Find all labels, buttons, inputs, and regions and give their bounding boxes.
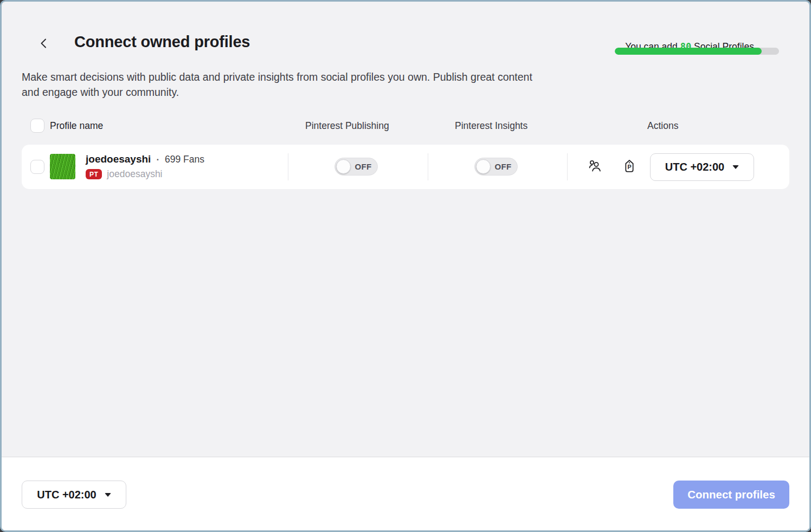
pinterest-tag-button[interactable]: P (620, 158, 639, 176)
pinterest-publishing-toggle[interactable]: OFF (334, 158, 378, 176)
chevron-down-icon (105, 493, 111, 497)
profile-name: joedoesayshi (86, 153, 151, 165)
column-header-profile-name: Profile name (50, 120, 103, 132)
quota-progress-fill (615, 48, 762, 55)
fans-count: 699 Fans (165, 154, 204, 165)
profile-name-line: joedoesayshi · 699 Fans (86, 153, 204, 165)
quota-text: You can add 80 Social Profiles (615, 30, 754, 64)
profile-handle: joedoesayshi (107, 168, 162, 180)
column-divider (428, 153, 428, 180)
column-divider (288, 153, 288, 180)
pinterest-insights-toggle[interactable]: OFF (474, 158, 518, 176)
toggle-knob (336, 159, 351, 174)
footer-timezone-dropdown[interactable]: UTC +02:00 (22, 481, 126, 509)
assign-users-button[interactable] (585, 158, 604, 176)
column-divider (567, 153, 568, 180)
toggle-knob (476, 159, 491, 174)
connect-profiles-button[interactable]: Connect profiles (673, 481, 789, 509)
column-header-pinterest-publishing: Pinterest Publishing (305, 120, 389, 132)
back-button[interactable] (34, 34, 54, 54)
svg-text:P: P (627, 164, 631, 170)
network-badge-pinterest: PT (86, 169, 102, 179)
chevron-left-icon (37, 37, 50, 51)
timezone-value: UTC +02:00 (665, 161, 725, 173)
toggle-state-label: OFF (351, 162, 377, 171)
select-all-checkbox[interactable] (30, 119, 44, 133)
profile-avatar (50, 154, 75, 179)
page-title: Connect owned profiles (74, 33, 250, 51)
profile-row: joedoesayshi · 699 Fans PT joedoesayshi … (22, 145, 789, 189)
row-checkbox[interactable] (30, 160, 44, 174)
column-header-pinterest-insights: Pinterest Insights (455, 120, 527, 132)
row-timezone-dropdown[interactable]: UTC +02:00 (650, 153, 754, 181)
quota-progress-track (615, 48, 779, 55)
chevron-down-icon (732, 165, 739, 169)
footer-bar: UTC +02:00 Connect profiles (2, 457, 809, 530)
page-description: Make smart decisions with public data an… (22, 69, 534, 100)
tag-p-icon: P (622, 159, 637, 176)
users-icon (587, 159, 602, 176)
separator-dot: · (156, 154, 159, 165)
column-header-actions: Actions (647, 120, 678, 132)
connect-profiles-dialog: Connect owned profiles You can add 80 So… (0, 0, 811, 532)
profile-handle-line: PT joedoesayshi (86, 168, 163, 180)
toggle-state-label: OFF (491, 162, 517, 171)
timezone-value: UTC +02:00 (37, 489, 96, 501)
